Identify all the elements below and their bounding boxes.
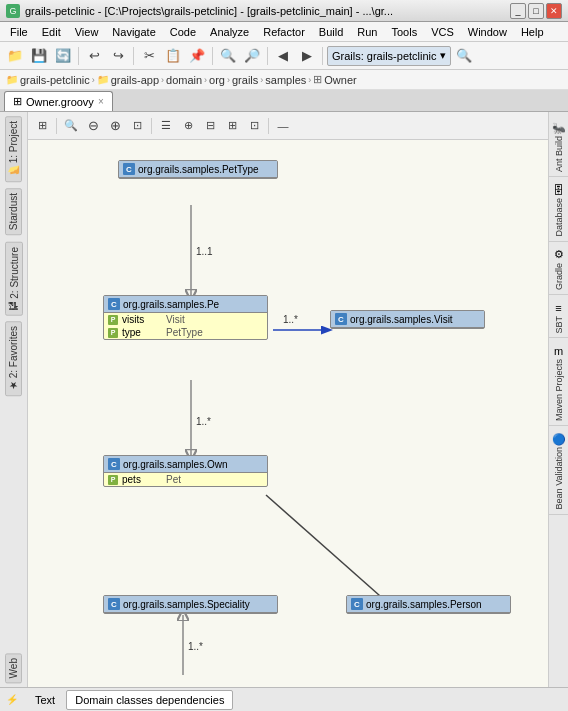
menu-view[interactable]: View xyxy=(69,25,105,39)
sidebar-item-stardust[interactable]: Stardust xyxy=(5,188,22,235)
bc-grails[interactable]: grails xyxy=(232,74,258,86)
class-row-visits: P visits Visit xyxy=(104,313,267,326)
class-name-pet: org.grails.samples.Pe xyxy=(123,299,219,310)
folder-icon: 📁 xyxy=(6,74,18,85)
rs-ant-build[interactable]: 🐜 Ant Build xyxy=(549,116,568,177)
diagram-layout-button[interactable]: ☰ xyxy=(156,116,176,136)
tab-label: Owner.groovy xyxy=(26,96,94,108)
rs-bean-validation[interactable]: 🔵 Bean Validation xyxy=(549,427,568,514)
btab-domain-classes[interactable]: Domain classes dependencies xyxy=(66,690,233,710)
copy-button[interactable]: 📋 xyxy=(162,45,184,67)
bc-item-label: grails-petclinic xyxy=(20,74,90,86)
diagram-canvas[interactable]: 1..1 1..* 1..* 1..* xyxy=(28,140,548,687)
menu-bar: File Edit View Navigate Code Analyze Ref… xyxy=(0,22,568,42)
forward-button[interactable]: ▶ xyxy=(296,45,318,67)
menu-build[interactable]: Build xyxy=(313,25,349,39)
diagram-close-button[interactable]: ⊡ xyxy=(244,116,264,136)
bc-grails-petclinic[interactable]: 📁 grails-petclinic xyxy=(6,74,90,86)
class-box-speciality[interactable]: C org.grails.samples.Speciality xyxy=(103,595,278,614)
diagram-dash-button[interactable]: — xyxy=(273,116,293,136)
class-box-visit[interactable]: C org.grails.samples.Visit xyxy=(330,310,485,329)
menu-analyze[interactable]: Analyze xyxy=(204,25,255,39)
rs-sbt[interactable]: ≡ SBT xyxy=(549,296,568,339)
tab-owner-groovy[interactable]: ⊞ Owner.groovy × xyxy=(4,91,113,111)
paste-button[interactable]: 📌 xyxy=(186,45,208,67)
sidebar-item-project[interactable]: 📂 1: Project xyxy=(5,116,22,182)
dtb-sep-3 xyxy=(268,118,269,134)
diagram-print-button[interactable]: ⊟ xyxy=(200,116,220,136)
search-everywhere-button[interactable]: 🔍 xyxy=(453,45,475,67)
rs-maven[interactable]: m Maven Projects xyxy=(549,339,568,426)
bc-samples[interactable]: samples xyxy=(265,74,306,86)
main-toolbar: 📁 💾 🔄 ↩ ↪ ✂ 📋 📌 🔍 🔎 ◀ ▶ Grails: grails-p… xyxy=(0,42,568,70)
redo-button[interactable]: ↪ xyxy=(107,45,129,67)
btab-text[interactable]: Text xyxy=(26,690,64,710)
diagram-actual-size-button[interactable]: ⊡ xyxy=(127,116,147,136)
menu-navigate[interactable]: Navigate xyxy=(106,25,161,39)
bc-domain[interactable]: domain xyxy=(166,74,202,86)
grails-combo[interactable]: Grails: grails-petclinic ▾ xyxy=(327,46,451,66)
bc-sep-2: › xyxy=(161,75,164,85)
diagram-zoom-in-button[interactable]: ⊕ xyxy=(105,116,125,136)
field-type-type: PetType xyxy=(166,327,203,338)
rs-label-maven: Maven Projects xyxy=(554,359,564,421)
class-box-person[interactable]: C org.grails.samples.Person xyxy=(346,595,511,614)
class-name-person: org.grails.samples.Person xyxy=(366,599,482,610)
class-box-owner[interactable]: C org.grails.samples.Own P pets Pet xyxy=(103,455,268,487)
undo-button[interactable]: ↩ xyxy=(83,45,105,67)
find-next-button[interactable]: 🔎 xyxy=(241,45,263,67)
field-badge-p3: P xyxy=(108,475,118,485)
sidebar-item-structure[interactable]: 🏗 2: Structure xyxy=(5,242,23,316)
field-badge-p2: P xyxy=(108,328,118,338)
power-icon[interactable]: ⚡ xyxy=(4,692,20,708)
dtb-sep-1 xyxy=(56,118,57,134)
save-button[interactable]: 💾 xyxy=(28,45,50,67)
diagram-export-button[interactable]: ⊕ xyxy=(178,116,198,136)
class-name-speciality: org.grails.samples.Speciality xyxy=(123,599,250,610)
back-button[interactable]: ◀ xyxy=(272,45,294,67)
open-button[interactable]: 📁 xyxy=(4,45,26,67)
field-type-visits: Visit xyxy=(166,314,185,325)
right-sidebar: 🐜 Ant Build 🗄 Database ⚙ Gradle ≡ SBT m … xyxy=(548,112,568,687)
project-icon: 📂 xyxy=(8,165,19,177)
rs-label-ant: Ant Build xyxy=(554,136,564,172)
app-icon: G xyxy=(6,4,20,18)
rs-gradle[interactable]: ⚙ Gradle xyxy=(549,243,568,295)
class-row-type: P type PetType xyxy=(104,326,267,339)
bc-owner[interactable]: ⊞ Owner xyxy=(313,73,356,86)
menu-run[interactable]: Run xyxy=(351,25,383,39)
sidebar-item-web[interactable]: Web xyxy=(5,653,22,683)
menu-vcs[interactable]: VCS xyxy=(425,25,460,39)
diagram-zoom-out-button[interactable]: ⊖ xyxy=(83,116,103,136)
refresh-button[interactable]: 🔄 xyxy=(52,45,74,67)
menu-window[interactable]: Window xyxy=(462,25,513,39)
class-box-pettype[interactable]: C org.grails.samples.PetType xyxy=(118,160,278,179)
sidebar-item-favorites[interactable]: ★ 2: Favorites xyxy=(5,321,22,396)
menu-tools[interactable]: Tools xyxy=(385,25,423,39)
menu-file[interactable]: File xyxy=(4,25,34,39)
tab-close-button[interactable]: × xyxy=(98,96,104,107)
class-header-person: C org.grails.samples.Person xyxy=(347,596,510,613)
menu-help[interactable]: Help xyxy=(515,25,550,39)
diagram-grid-button[interactable]: ⊞ xyxy=(32,116,52,136)
window-controls: _ □ ✕ xyxy=(510,3,562,19)
svg-text:1..1: 1..1 xyxy=(196,246,213,257)
rs-database[interactable]: 🗄 Database xyxy=(549,178,568,242)
diagram-zoom-fit-button[interactable]: 🔍 xyxy=(61,116,81,136)
menu-code[interactable]: Code xyxy=(164,25,202,39)
find-button[interactable]: 🔍 xyxy=(217,45,239,67)
bc-grails-app[interactable]: 📁 grails-app xyxy=(97,74,159,86)
minimize-button[interactable]: _ xyxy=(510,3,526,19)
maximize-button[interactable]: □ xyxy=(528,3,544,19)
close-button[interactable]: ✕ xyxy=(546,3,562,19)
bc-org[interactable]: org xyxy=(209,74,225,86)
grails-combo-label: Grails: grails-petclinic xyxy=(332,50,437,62)
class-box-pet[interactable]: C org.grails.samples.Pe P visits Visit P… xyxy=(103,295,268,340)
diagram-settings-button[interactable]: ⊞ xyxy=(222,116,242,136)
toolbar-separator-4 xyxy=(267,47,268,65)
cut-button[interactable]: ✂ xyxy=(138,45,160,67)
menu-edit[interactable]: Edit xyxy=(36,25,67,39)
class-header-pettype: C org.grails.samples.PetType xyxy=(119,161,277,178)
structure-icon: 🏗 xyxy=(8,300,20,310)
menu-refactor[interactable]: Refactor xyxy=(257,25,311,39)
